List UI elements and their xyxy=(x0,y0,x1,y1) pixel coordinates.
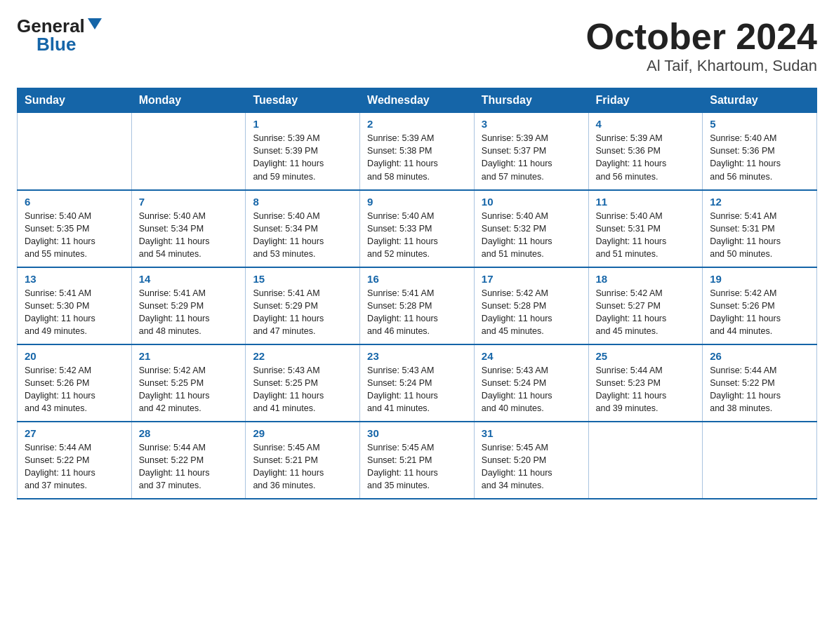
day-info: Sunrise: 5:44 AMSunset: 5:22 PMDaylight:… xyxy=(25,441,124,492)
day-info: Sunrise: 5:44 AMSunset: 5:22 PMDaylight:… xyxy=(710,364,809,415)
calendar-cell: 31Sunrise: 5:45 AMSunset: 5:20 PMDayligh… xyxy=(474,422,588,499)
calendar-cell: 15Sunrise: 5:41 AMSunset: 5:29 PMDayligh… xyxy=(246,267,360,344)
calendar-cell: 9Sunrise: 5:40 AMSunset: 5:33 PMDaylight… xyxy=(360,190,475,267)
calendar-cell: 18Sunrise: 5:42 AMSunset: 5:27 PMDayligh… xyxy=(588,267,703,344)
day-info: Sunrise: 5:44 AMSunset: 5:22 PMDaylight:… xyxy=(139,441,239,492)
day-number: 30 xyxy=(367,427,467,439)
day-number: 14 xyxy=(139,273,239,285)
day-number: 20 xyxy=(25,350,124,362)
header-cell-wednesday: Wednesday xyxy=(360,88,475,113)
day-info: Sunrise: 5:39 AMSunset: 5:37 PMDaylight:… xyxy=(482,132,581,183)
day-number: 16 xyxy=(367,273,467,285)
day-info: Sunrise: 5:43 AMSunset: 5:24 PMDaylight:… xyxy=(367,364,467,415)
day-info: Sunrise: 5:39 AMSunset: 5:38 PMDaylight:… xyxy=(367,132,467,183)
title-block: October 2024 Al Taif, Khartoum, Sudan xyxy=(586,17,818,75)
logo: General Blue xyxy=(17,17,102,53)
day-info: Sunrise: 5:42 AMSunset: 5:28 PMDaylight:… xyxy=(482,287,581,338)
header-cell-monday: Monday xyxy=(131,88,246,113)
day-number: 26 xyxy=(710,350,809,362)
day-number: 12 xyxy=(710,196,809,208)
header-cell-tuesday: Tuesday xyxy=(246,88,360,113)
day-number: 24 xyxy=(482,350,581,362)
day-number: 17 xyxy=(482,273,581,285)
day-info: Sunrise: 5:43 AMSunset: 5:25 PMDaylight:… xyxy=(253,364,352,415)
header-cell-thursday: Thursday xyxy=(474,88,588,113)
day-number: 1 xyxy=(253,118,352,130)
day-info: Sunrise: 5:40 AMSunset: 5:34 PMDaylight:… xyxy=(139,210,239,261)
calendar-cell xyxy=(131,113,246,190)
day-number: 19 xyxy=(710,273,809,285)
calendar-cell: 3Sunrise: 5:39 AMSunset: 5:37 PMDaylight… xyxy=(474,113,588,190)
calendar-cell: 7Sunrise: 5:40 AMSunset: 5:34 PMDaylight… xyxy=(131,190,246,267)
calendar-cell: 13Sunrise: 5:41 AMSunset: 5:30 PMDayligh… xyxy=(18,267,132,344)
calendar-cell: 10Sunrise: 5:40 AMSunset: 5:32 PMDayligh… xyxy=(474,190,588,267)
header-cell-saturday: Saturday xyxy=(703,88,817,113)
calendar-cell: 6Sunrise: 5:40 AMSunset: 5:35 PMDaylight… xyxy=(18,190,132,267)
logo-blue-text: Blue xyxy=(37,35,76,53)
day-info: Sunrise: 5:42 AMSunset: 5:26 PMDaylight:… xyxy=(710,287,809,338)
calendar-cell: 16Sunrise: 5:41 AMSunset: 5:28 PMDayligh… xyxy=(360,267,475,344)
calendar-cell: 4Sunrise: 5:39 AMSunset: 5:36 PMDaylight… xyxy=(588,113,703,190)
day-number: 11 xyxy=(596,196,696,208)
day-info: Sunrise: 5:39 AMSunset: 5:39 PMDaylight:… xyxy=(253,132,352,183)
calendar-table: SundayMondayTuesdayWednesdayThursdayFrid… xyxy=(17,88,817,499)
day-info: Sunrise: 5:45 AMSunset: 5:21 PMDaylight:… xyxy=(367,441,467,492)
day-number: 15 xyxy=(253,273,352,285)
calendar-cell: 20Sunrise: 5:42 AMSunset: 5:26 PMDayligh… xyxy=(18,344,132,422)
day-info: Sunrise: 5:41 AMSunset: 5:29 PMDaylight:… xyxy=(253,287,352,338)
day-number: 22 xyxy=(253,350,352,362)
day-number: 5 xyxy=(710,118,809,130)
calendar-body: 1Sunrise: 5:39 AMSunset: 5:39 PMDaylight… xyxy=(18,113,817,499)
day-info: Sunrise: 5:41 AMSunset: 5:29 PMDaylight:… xyxy=(139,287,239,338)
calendar-cell xyxy=(703,422,817,499)
calendar-cell: 8Sunrise: 5:40 AMSunset: 5:34 PMDaylight… xyxy=(246,190,360,267)
calendar-cell: 2Sunrise: 5:39 AMSunset: 5:38 PMDaylight… xyxy=(360,113,475,190)
logo-general-text: General xyxy=(17,17,85,35)
calendar-header: SundayMondayTuesdayWednesdayThursdayFrid… xyxy=(18,88,817,113)
calendar-cell: 30Sunrise: 5:45 AMSunset: 5:21 PMDayligh… xyxy=(360,422,475,499)
calendar-cell: 12Sunrise: 5:41 AMSunset: 5:31 PMDayligh… xyxy=(703,190,817,267)
calendar-cell: 26Sunrise: 5:44 AMSunset: 5:22 PMDayligh… xyxy=(703,344,817,422)
day-number: 28 xyxy=(139,427,239,439)
calendar-cell: 27Sunrise: 5:44 AMSunset: 5:22 PMDayligh… xyxy=(18,422,132,499)
day-info: Sunrise: 5:42 AMSunset: 5:27 PMDaylight:… xyxy=(596,287,696,338)
calendar-cell: 23Sunrise: 5:43 AMSunset: 5:24 PMDayligh… xyxy=(360,344,475,422)
day-info: Sunrise: 5:40 AMSunset: 5:32 PMDaylight:… xyxy=(482,210,581,261)
day-info: Sunrise: 5:40 AMSunset: 5:35 PMDaylight:… xyxy=(25,210,124,261)
day-info: Sunrise: 5:41 AMSunset: 5:28 PMDaylight:… xyxy=(367,287,467,338)
header-row: SundayMondayTuesdayWednesdayThursdayFrid… xyxy=(18,88,817,113)
day-number: 31 xyxy=(482,427,581,439)
day-info: Sunrise: 5:45 AMSunset: 5:20 PMDaylight:… xyxy=(482,441,581,492)
week-row-3: 13Sunrise: 5:41 AMSunset: 5:30 PMDayligh… xyxy=(18,267,817,344)
calendar-cell: 19Sunrise: 5:42 AMSunset: 5:26 PMDayligh… xyxy=(703,267,817,344)
calendar-cell: 11Sunrise: 5:40 AMSunset: 5:31 PMDayligh… xyxy=(588,190,703,267)
day-number: 8 xyxy=(253,196,352,208)
day-info: Sunrise: 5:40 AMSunset: 5:33 PMDaylight:… xyxy=(367,210,467,261)
day-number: 29 xyxy=(253,427,352,439)
day-info: Sunrise: 5:40 AMSunset: 5:31 PMDaylight:… xyxy=(596,210,696,261)
week-row-2: 6Sunrise: 5:40 AMSunset: 5:35 PMDaylight… xyxy=(18,190,817,267)
day-number: 7 xyxy=(139,196,239,208)
day-number: 18 xyxy=(596,273,696,285)
week-row-4: 20Sunrise: 5:42 AMSunset: 5:26 PMDayligh… xyxy=(18,344,817,422)
day-info: Sunrise: 5:39 AMSunset: 5:36 PMDaylight:… xyxy=(596,132,696,183)
calendar-cell: 25Sunrise: 5:44 AMSunset: 5:23 PMDayligh… xyxy=(588,344,703,422)
calendar-cell xyxy=(588,422,703,499)
calendar-title: October 2024 xyxy=(586,17,818,57)
calendar-cell: 5Sunrise: 5:40 AMSunset: 5:36 PMDaylight… xyxy=(703,113,817,190)
day-info: Sunrise: 5:40 AMSunset: 5:34 PMDaylight:… xyxy=(253,210,352,261)
day-number: 25 xyxy=(596,350,696,362)
header-cell-sunday: Sunday xyxy=(18,88,132,113)
calendar-cell: 24Sunrise: 5:43 AMSunset: 5:24 PMDayligh… xyxy=(474,344,588,422)
day-info: Sunrise: 5:43 AMSunset: 5:24 PMDaylight:… xyxy=(482,364,581,415)
day-number: 13 xyxy=(25,273,124,285)
calendar-cell xyxy=(18,113,132,190)
day-number: 21 xyxy=(139,350,239,362)
calendar-cell: 14Sunrise: 5:41 AMSunset: 5:29 PMDayligh… xyxy=(131,267,246,344)
day-number: 3 xyxy=(482,118,581,130)
day-number: 27 xyxy=(25,427,124,439)
calendar-cell: 28Sunrise: 5:44 AMSunset: 5:22 PMDayligh… xyxy=(131,422,246,499)
day-number: 6 xyxy=(25,196,124,208)
calendar-cell: 1Sunrise: 5:39 AMSunset: 5:39 PMDaylight… xyxy=(246,113,360,190)
day-info: Sunrise: 5:41 AMSunset: 5:31 PMDaylight:… xyxy=(710,210,809,261)
